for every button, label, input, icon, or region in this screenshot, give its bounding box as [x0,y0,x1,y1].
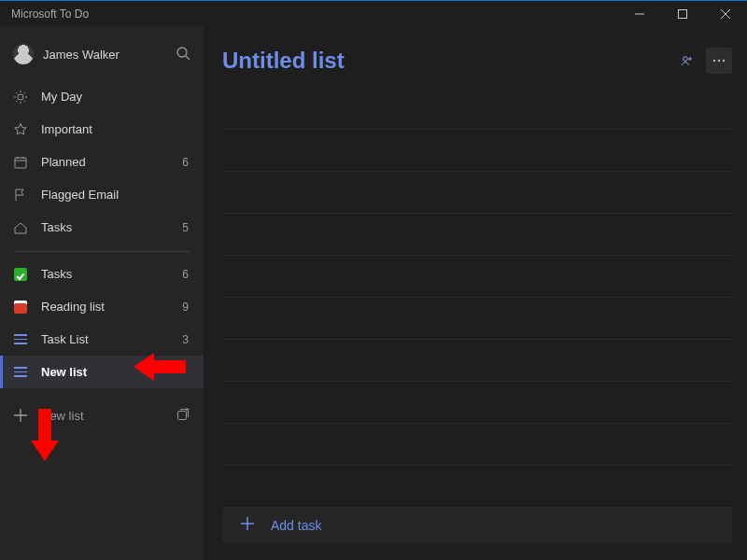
list-icon [13,365,28,380]
svg-point-8 [723,60,725,62]
sidebar-item-important[interactable]: Important [0,113,204,146]
task-placeholder-line [222,88,732,130]
sidebar-list-reading[interactable]: Reading list 9 [0,290,204,323]
sidebar-item-planned[interactable]: Planned 6 [0,146,204,178]
profile-name: James Walker [43,48,120,62]
divider [13,251,190,252]
add-list-row[interactable]: New list [0,394,204,437]
task-list-area [222,88,732,508]
plus-icon [13,408,28,423]
count-badge: 6 [182,156,190,169]
task-placeholder-line [222,424,732,466]
close-button[interactable] [704,1,747,26]
sidebar-list-new-list[interactable]: New list [0,356,204,388]
red-square-icon [13,300,28,315]
task-placeholder-line [222,340,732,382]
minimize-button[interactable] [618,1,661,26]
star-icon [13,122,28,137]
new-group-icon[interactable] [176,407,190,425]
user-lists: Tasks 6 Reading list 9 Task List 3 New l… [0,258,204,388]
count-badge: 6 [182,268,190,281]
task-placeholder-line [222,382,732,424]
svg-rect-4 [178,411,187,419]
avatar [13,44,34,64]
flag-icon [13,188,28,203]
smart-lists: My Day Important Planned 6 Flagged Emai [0,80,204,244]
count-badge: 5 [182,221,190,234]
sidebar-list-tasks[interactable]: Tasks 6 [0,258,204,290]
list-title[interactable]: Untitled list [222,48,345,74]
sidebar-item-label: Tasks [41,267,169,281]
add-task-label: Add task [271,518,321,533]
maximize-button[interactable] [661,1,704,26]
window-controls [618,1,747,26]
more-options-button[interactable] [706,48,732,74]
app-title: Microsoft To Do [11,7,89,21]
sun-icon [13,90,28,105]
sidebar-item-label: Tasks [41,220,169,234]
add-task-bar[interactable]: Add task [222,508,732,543]
profile-row[interactable]: James Walker [0,34,204,75]
task-placeholder-line [222,172,732,214]
task-placeholder-line [222,298,732,340]
home-icon [13,220,28,235]
sidebar-item-label: Important [41,122,190,136]
calendar-icon [13,155,28,170]
sidebar-list-tasklist[interactable]: Task List 3 [0,323,204,356]
share-button[interactable] [674,48,700,74]
count-badge: 3 [182,333,190,346]
sidebar-item-label: Task List [41,332,169,346]
plus-icon [241,517,254,533]
sidebar-item-flagged[interactable]: Flagged Email [0,178,204,211]
sidebar-item-my-day[interactable]: My Day [0,80,204,113]
add-list-label: New list [41,409,84,423]
svg-rect-0 [679,9,687,18]
sidebar: James Walker My Day Important [0,26,204,560]
sidebar-item-label: Reading list [41,300,169,314]
sidebar-item-label: Flagged Email [41,188,190,202]
sidebar-item-label: New list [41,365,190,379]
list-header: Untitled list [222,37,732,84]
svg-point-5 [684,57,688,62]
svg-point-7 [718,60,720,62]
svg-point-2 [18,94,23,100]
search-icon[interactable] [176,46,190,63]
svg-rect-3 [15,158,26,168]
title-bar: Microsoft To Do [0,1,747,26]
count-badge: 9 [182,301,190,314]
task-placeholder-line [222,130,732,172]
task-placeholder-line [222,256,732,298]
main-pane: Untitled list [204,26,747,560]
sidebar-item-label: Planned [41,155,169,169]
task-placeholder-line [222,466,732,508]
sidebar-item-label: My Day [41,90,190,104]
task-placeholder-line [222,214,732,256]
svg-point-1 [177,48,187,57]
svg-point-6 [713,60,715,62]
list-icon [13,332,28,347]
sidebar-item-tasks[interactable]: Tasks 5 [0,211,204,244]
check-square-icon [13,267,28,282]
